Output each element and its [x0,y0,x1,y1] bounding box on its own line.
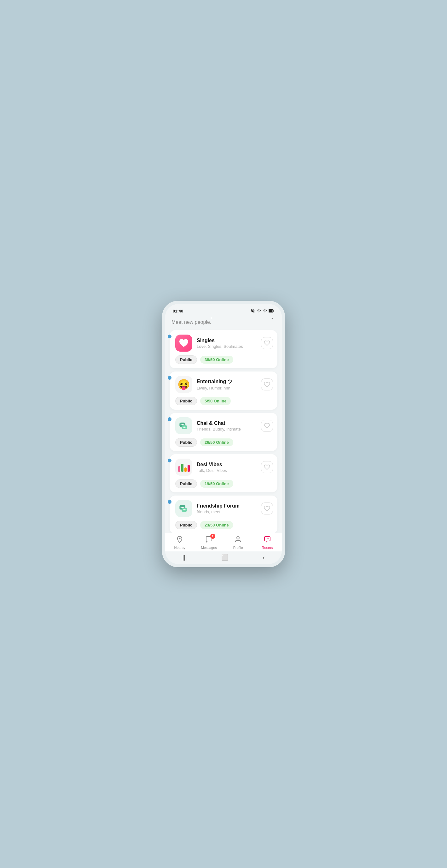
card-bottom: Public 23/50 Online [175,521,273,529]
card-top: Friendship Forum friends, meet [175,500,273,517]
group-card-desi[interactable]: Desi Vibes Talk, Desi, Vibes Public 19/5… [170,454,277,492]
card-bottom: Public 26/50 Online [175,438,273,446]
svg-rect-2 [273,310,274,312]
heart-outline-icon [264,381,270,388]
svg-point-7 [182,424,183,425]
chat-bubbles-icon [178,421,189,431]
message-badge: 2 [210,534,215,539]
nav-item-profile[interactable]: Profile [229,536,247,550]
online-badge: 5/50 Online [200,397,231,405]
sys-home-icon[interactable]: ⬜ [221,554,228,561]
card-top: 😝 Entertaining ツ Lively, Humor, hhh [175,376,273,393]
group-info-friendship: Friendship Forum friends, meet [197,503,256,514]
online-indicator [168,459,171,462]
group-card-entertaining[interactable]: 😝 Entertaining ツ Lively, Humor, hhh Pu [170,372,277,410]
svg-point-26 [268,538,269,539]
online-indicator [168,500,171,504]
svg-point-19 [184,509,185,510]
card-top: Chai & Chat Friends, Buddy, Intimate [175,417,273,434]
svg-rect-1 [269,310,272,312]
svg-point-8 [183,424,184,425]
heart-icon [179,338,189,348]
group-card-singles[interactable]: Singles Love, Singles, Soulmates Public … [170,330,277,368]
card-top: Singles Love, Singles, Soulmates [175,335,273,352]
profile-label: Profile [233,546,243,550]
group-name: Entertaining ツ [197,378,256,385]
svg-point-24 [266,538,266,539]
group-icon-chai [175,417,192,434]
card-bottom: Public 38/50 Online [175,355,273,364]
card-bottom: Public 5/50 Online [175,397,273,405]
bottom-navigation: Nearby 2 Messages [165,533,282,551]
online-indicator [168,376,171,380]
group-tags: Love, Singles, Soulmates [197,344,256,349]
nav-item-messages[interactable]: 2 Messages [200,536,218,550]
location-pin-icon [176,536,183,543]
public-badge: Public [175,438,197,446]
status-time: 01:40 [173,309,183,313]
svg-point-20 [185,509,186,510]
svg-point-25 [267,538,268,539]
group-icon-entertaining: 😝 [175,376,192,393]
sys-back-icon[interactable]: ||| [182,554,187,561]
like-button-entertaining[interactable] [261,378,273,391]
like-button-chai[interactable] [261,420,273,432]
group-name: Chai & Chat [197,421,256,426]
online-indicator [168,417,171,421]
nav-item-rooms[interactable]: Rooms [258,536,277,550]
svg-point-21 [179,538,181,539]
online-badge: 26/50 Online [200,438,233,446]
battery-icon [269,309,274,313]
svg-point-6 [181,424,181,425]
rooms-icon [264,536,271,545]
group-name: Friendship Forum [197,503,256,509]
public-badge: Public [175,355,197,364]
svg-point-22 [237,536,239,539]
like-button-friendship[interactable] [261,502,273,515]
status-bar: 01:40 [165,304,282,318]
group-icon-desi [175,459,192,476]
group-tags: Talk, Desi, Vibes [197,468,256,473]
svg-point-16 [183,507,184,508]
rooms-label: Rooms [262,546,273,550]
messages-label: Messages [201,546,217,550]
group-tags: Friends, Buddy, Intimate [197,427,256,432]
phone-frame: 01:40 [162,301,285,567]
svg-point-12 [185,427,186,428]
group-list: Singles Love, Singles, Soulmates Public … [165,328,282,533]
svg-point-18 [183,509,184,510]
svg-point-14 [181,507,181,508]
group-tags: Lively, Humor, hhh [197,386,256,391]
group-info-desi: Desi Vibes Talk, Desi, Vibes [197,462,256,473]
like-button-desi[interactable] [261,461,273,473]
group-icon-singles [175,335,192,352]
desi-bars [178,462,190,472]
online-badge: 19/50 Online [200,480,233,488]
mute-icon [251,309,255,313]
online-badge: 23/50 Online [200,521,233,529]
profile-icon [234,536,242,545]
group-tags: friends, meet [197,509,256,514]
nav-item-nearby[interactable]: Nearby [170,536,189,550]
like-button-singles[interactable] [261,337,273,349]
online-indicator [168,335,171,338]
group-info-singles: Singles Love, Singles, Soulmates [197,338,256,349]
svg-point-11 [184,427,185,428]
group-name: Singles [197,338,256,343]
heart-outline-icon [264,505,270,512]
sys-recents-icon[interactable]: ‹ [263,554,265,561]
signal-icon [263,309,267,313]
card-top: Desi Vibes Talk, Desi, Vibes [175,459,273,476]
group-card-chai[interactable]: Chai & Chat Friends, Buddy, Intimate Pub… [170,413,277,451]
card-bottom: Public 19/50 Online [175,479,273,488]
group-icon-friendship [175,500,192,517]
group-info-chai: Chai & Chat Friends, Buddy, Intimate [197,421,256,432]
group-info-entertaining: Entertaining ツ Lively, Humor, hhh [197,378,256,391]
heart-outline-icon [264,340,270,346]
svg-point-15 [182,507,183,508]
nearby-icon [176,536,183,545]
page-subtitle: Meet new people. [171,319,240,325]
group-card-friendship[interactable]: Friendship Forum friends, meet Public 23… [170,496,277,533]
status-icons [251,309,274,313]
nearby-label: Nearby [174,546,185,550]
